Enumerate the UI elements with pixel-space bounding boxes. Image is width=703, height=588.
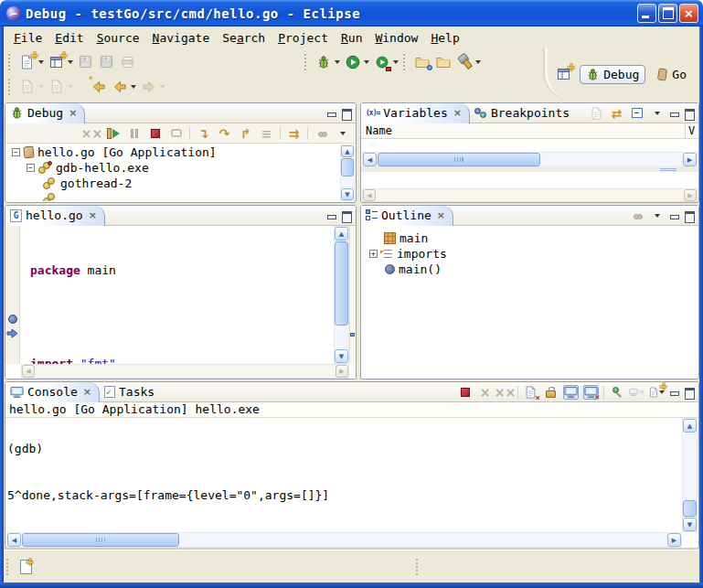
next-annotation-button[interactable] [16,78,46,96]
previous-annotation-button[interactable] [46,78,75,96]
show-type-names-button[interactable] [589,106,604,121]
new-wizard-button[interactable] [16,53,46,71]
open-perspective-button[interactable] [553,65,574,83]
collapse-all-button[interactable]: − [629,106,644,121]
tab-breakpoints[interactable]: Breakpoints [470,103,577,123]
perspective-debug-button[interactable]: Debug [580,65,645,84]
outline-maximize-button[interactable] [684,211,694,220]
editor-horizontal-scrollbar-disabled[interactable]: ◀ ▶ [21,364,349,379]
scrollbar-thumb[interactable] [683,500,697,517]
use-step-filters-button[interactable]: ⇉ [286,126,302,141]
tab-outline[interactable]: Outline × [361,206,453,226]
scroll-down-icon[interactable]: ▼ [341,188,354,200]
display-selected-console-button[interactable] [629,385,644,400]
suspend-button[interactable] [126,126,142,141]
last-edit-location-button[interactable]: * [88,78,109,96]
editor-tab-close-icon[interactable]: × [89,209,97,221]
forward-button[interactable] [138,78,167,96]
console-maximize-button[interactable] [684,388,694,397]
outline-item-imports[interactable]: + imports [362,246,698,262]
scroll-down-icon[interactable]: ▼ [683,518,697,531]
menu-window[interactable]: Window [369,29,425,47]
scroll-up-icon[interactable]: ▲ [335,227,348,241]
scroll-right-icon[interactable]: ▶ [683,153,697,166]
expand-expander-icon[interactable]: + [369,250,378,258]
menu-file[interactable]: File [8,29,49,47]
resume-button[interactable] [105,126,121,141]
scroll-left-icon[interactable]: ◀ [363,153,377,166]
editor-body[interactable]: package main import "fmt" func main() { … [5,226,356,379]
column-header-name[interactable]: Name [361,123,686,138]
menu-navigate[interactable]: Navigate [147,29,218,47]
title-bar[interactable]: Debug - testGo/src/cmd/hello.go - Eclips… [0,0,703,27]
remove-launch-button[interactable]: × [477,385,493,400]
breakpoint-icon[interactable] [8,315,17,324]
variables-detail-scrollbar-disabled[interactable]: ◀ ▶ [362,188,698,202]
outline-item-function[interactable]: main() [362,262,698,277]
fast-view-button[interactable] [20,560,32,574]
print-button[interactable] [117,53,138,71]
debug-view-extras-icon[interactable] [314,126,329,141]
open-type-button[interactable] [411,53,432,71]
outline-extras-icon[interactable] [629,208,644,223]
menu-run[interactable]: Run [336,29,369,47]
scrollbar-thumb[interactable] [378,153,540,166]
scrollbar-thumb[interactable] [335,241,348,326]
clear-console-button[interactable]: × [523,385,538,400]
tab-debug[interactable]: Debug × [5,103,85,123]
variables-detail-pane[interactable] [361,172,698,188]
remove-all-terminated-button[interactable]: ×× [84,126,100,141]
window-minimize-button[interactable] [637,4,656,23]
debug-tree-row-process[interactable]: − gdb-hello.exe [6,160,339,176]
variables-maximize-button[interactable] [684,109,694,118]
disconnect-button[interactable] [168,126,184,141]
window-maximize-button[interactable] [658,4,677,23]
scroll-up-icon[interactable]: ▲ [341,145,354,157]
console-tab-close-icon[interactable]: × [83,386,91,398]
remove-all-launches-button[interactable]: ×× [497,385,513,400]
tab-variables[interactable]: (x)= Variables × [361,103,470,123]
toolbar-grip[interactable] [304,54,309,70]
tab-console[interactable]: Console × [5,382,100,402]
outline-view-menu-button[interactable] [649,208,665,223]
column-header-value[interactable]: V [686,123,698,138]
console-horizontal-scrollbar[interactable]: ◀ ▶ [6,532,682,548]
console-output[interactable]: (gdb) 5^done,stack-args=[frame={level="0… [7,418,682,532]
debug-view-menu-button[interactable] [335,126,350,141]
variables-table-body[interactable] [361,139,698,152]
save-all-button[interactable] [96,53,117,71]
show-stdout-button[interactable] [563,385,579,400]
scroll-up-icon[interactable]: ▲ [683,419,697,433]
debug-tree-row-partial[interactable] [6,191,339,201]
scrollbar-thumb[interactable] [22,533,179,547]
console-minimize-button[interactable] [669,388,679,397]
outline-tab-close-icon[interactable]: × [437,209,445,221]
show-logical-structure-button[interactable]: ⇄ [609,106,624,121]
debug-tab-close-icon[interactable]: × [69,107,77,119]
scrollbar-thumb[interactable] [341,158,354,176]
toolbar-grip[interactable] [403,54,408,70]
step-into-button[interactable]: ↴ [196,126,211,141]
outline-item-package[interactable]: main [362,230,698,246]
toolbar-grip[interactable] [8,54,13,70]
search-button[interactable] [453,53,483,71]
toolbar-grip[interactable] [8,79,13,95]
menu-help[interactable]: Help [425,29,466,47]
variables-tab-close-icon[interactable]: × [453,107,462,119]
terminate-button[interactable] [147,126,163,141]
scroll-lock-button[interactable] [543,385,559,400]
run-button[interactable] [342,53,371,71]
console-vertical-scrollbar[interactable]: ▲ ▼ [682,418,698,532]
new-project-button[interactable] [46,53,75,71]
instruction-stepping-button[interactable]: ≡ [259,126,274,141]
open-resource-button[interactable] [432,53,453,71]
debug-launch-button[interactable] [313,53,342,71]
back-button[interactable] [109,78,138,96]
overview-ruler[interactable] [349,226,356,364]
tab-tasks[interactable]: ✓ Tasks [100,382,162,402]
collapse-expander-icon[interactable]: − [27,164,35,172]
external-tools-button[interactable] [371,53,400,71]
menu-project[interactable]: Project [272,29,336,47]
editor-maximize-button[interactable] [341,211,351,220]
outline-minimize-button[interactable] [669,211,679,220]
